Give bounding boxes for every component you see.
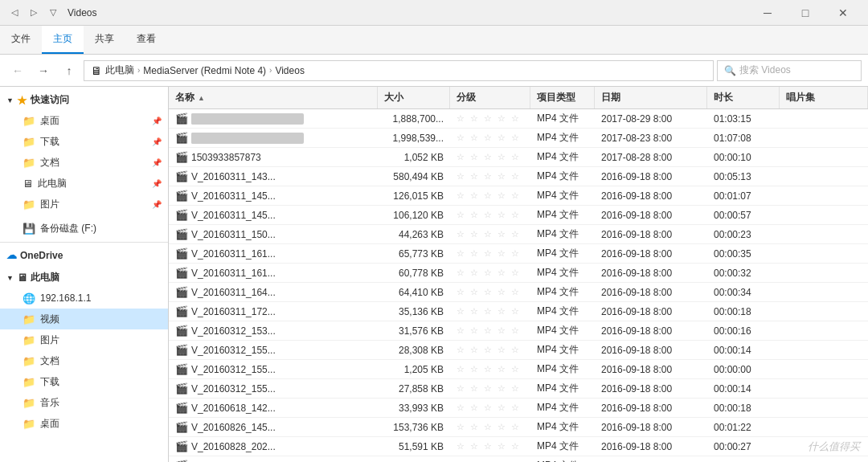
file-album xyxy=(780,418,868,436)
table-row[interactable]: 🎬██████████████1,998,539...☆ ☆ ☆ ☆ ☆MP4 … xyxy=(169,129,868,148)
sidebar-item-drive-f[interactable]: 💾 备份磁盘 (F:) xyxy=(0,218,168,239)
sidebar-item-pic2[interactable]: 📁 图片 xyxy=(0,329,168,350)
star-rating[interactable]: ☆ ☆ ☆ ☆ ☆ xyxy=(457,268,521,278)
table-row[interactable]: 🎬V_20160312_155...28,308 KB☆ ☆ ☆ ☆ ☆MP4 … xyxy=(169,341,868,360)
file-album xyxy=(780,283,868,301)
sidebar-item-dl2[interactable]: 📁 下载 xyxy=(0,371,168,392)
table-row[interactable]: 🎬15039338578731,052 KB☆ ☆ ☆ ☆ ☆MP4 文件201… xyxy=(169,148,868,167)
star-rating[interactable]: ☆ ☆ ☆ ☆ ☆ xyxy=(457,325,521,336)
sidebar-item-documents[interactable]: 📁 文档 📌 xyxy=(0,152,168,173)
up-button[interactable]: ↑ xyxy=(58,59,80,82)
col-header-size[interactable]: 大小 xyxy=(378,87,450,108)
file-name: V_20160618_142... xyxy=(191,403,276,414)
star-rating[interactable]: ☆ ☆ ☆ ☆ ☆ xyxy=(457,403,521,413)
star-rating[interactable]: ☆ ☆ ☆ ☆ ☆ xyxy=(457,113,521,124)
pin-icon-doc: 📌 xyxy=(152,158,162,167)
star-rating[interactable]: ☆ ☆ ☆ ☆ ☆ xyxy=(457,248,521,259)
maximize-button[interactable]: □ xyxy=(787,0,824,26)
quick-access-header[interactable]: ▼ ★ 快速访问 xyxy=(0,90,168,110)
address-path[interactable]: 🖥 此电脑 › MediaServer (Redmi Note 4) › Vid… xyxy=(84,60,714,81)
file-album xyxy=(780,186,868,205)
file-album xyxy=(780,225,868,243)
col-header-duration[interactable]: 时长 xyxy=(707,87,780,108)
tb-fwd-btn[interactable]: ▷ xyxy=(26,5,42,21)
file-type: MP4 文件 xyxy=(530,418,595,436)
file-list-header: 名称 ▲ 大小 分级 项目类型 日期 时长 唱片集 xyxy=(169,87,868,109)
table-row[interactable]: 🎬V_20160826_145...153,736 KB☆ ☆ ☆ ☆ ☆MP4… xyxy=(169,418,868,437)
table-row[interactable]: 🎬V_20160312_155...1,205 KB☆ ☆ ☆ ☆ ☆MP4 文… xyxy=(169,360,868,379)
sidebar-item-desktop[interactable]: 📁 桌面 📌 xyxy=(0,110,168,131)
forward-button[interactable]: → xyxy=(32,59,55,82)
file-type-icon: 🎬 xyxy=(175,170,188,182)
table-row[interactable]: 🎬V_20160311_172...35,136 KB☆ ☆ ☆ ☆ ☆MP4 … xyxy=(169,302,868,321)
col-header-type[interactable]: 项目类型 xyxy=(530,87,595,108)
sidebar-item-thispc-quick[interactable]: 🖥 此电脑 📌 xyxy=(0,173,168,194)
sidebar-item-desktop-label: 桌面 xyxy=(40,114,59,128)
sidebar-item-pictures[interactable]: 📁 图片 📌 xyxy=(0,194,168,215)
file-rating: ☆ ☆ ☆ ☆ ☆ xyxy=(450,437,530,456)
back-button[interactable]: ← xyxy=(6,59,29,82)
file-size: 28,308 KB xyxy=(378,341,450,359)
table-row[interactable]: 🎬V_20160312_155...27,858 KB☆ ☆ ☆ ☆ ☆MP4 … xyxy=(169,379,868,399)
file-rating: ☆ ☆ ☆ ☆ ☆ xyxy=(450,379,530,398)
sidebar-item-desktop2[interactable]: 📁 桌面 xyxy=(0,413,168,434)
sidebar-item-music[interactable]: 📁 音乐 xyxy=(0,392,168,413)
sidebar-item-video[interactable]: 📁 视频 xyxy=(0,309,168,329)
table-row[interactable]: 🎬V_20160311_150...44,263 KB☆ ☆ ☆ ☆ ☆MP4 … xyxy=(169,225,868,244)
quick-access-label: 快速访问 xyxy=(31,93,69,107)
sidebar-item-downloads[interactable]: 📁 下载 📌 xyxy=(0,131,168,152)
file-date: 2016-09-18 8:00 xyxy=(595,302,707,321)
col-header-album[interactable]: 唱片集 xyxy=(780,87,868,108)
ribbon-tab-view[interactable]: 查看 xyxy=(125,26,167,54)
file-date: 2016-09-18 8:00 xyxy=(595,244,707,263)
star-rating[interactable]: ☆ ☆ ☆ ☆ ☆ xyxy=(457,229,521,239)
tb-back-btn[interactable]: ◁ xyxy=(6,5,23,21)
star-rating[interactable]: ☆ ☆ ☆ ☆ ☆ xyxy=(457,422,521,432)
file-type: MP4 文件 xyxy=(530,129,595,147)
file-type: MP4 文件 xyxy=(530,379,595,398)
onedrive-header[interactable]: ☁ OneDrive xyxy=(0,246,168,264)
star-rating[interactable]: ☆ ☆ ☆ ☆ ☆ xyxy=(457,441,521,452)
quick-access-section: ▼ ★ 快速访问 📁 桌面 📌 📁 下载 📌 📁 文档 📌 🖥 此 xyxy=(0,90,168,215)
star-rating[interactable]: ☆ ☆ ☆ ☆ ☆ xyxy=(457,152,521,162)
search-box[interactable]: 🔍 搜索 Videos xyxy=(717,60,862,81)
file-type: MP4 文件 xyxy=(530,399,595,417)
star-rating[interactable]: ☆ ☆ ☆ ☆ ☆ xyxy=(457,345,521,355)
tb-down-btn[interactable]: ▽ xyxy=(45,5,61,21)
close-button[interactable]: ✕ xyxy=(825,0,862,26)
minimize-button[interactable]: ─ xyxy=(749,0,786,26)
table-row[interactable]: 🎬V_20160311_161...65,773 KB☆ ☆ ☆ ☆ ☆MP4 … xyxy=(169,244,868,264)
table-row[interactable]: 🎬V_20160311_145...106,120 KB☆ ☆ ☆ ☆ ☆MP4… xyxy=(169,206,868,225)
thispc-header[interactable]: ▼ 🖥 此电脑 xyxy=(0,268,168,288)
star-rating[interactable]: ☆ ☆ ☆ ☆ ☆ xyxy=(457,364,521,374)
col-header-name[interactable]: 名称 ▲ xyxy=(169,87,378,108)
sidebar-item-ip[interactable]: 🌐 192.168.1.1 xyxy=(0,288,168,309)
table-row[interactable]: 🎬V_20160618_142...33,993 KB☆ ☆ ☆ ☆ ☆MP4 … xyxy=(169,399,868,418)
table-row[interactable]: 🎬██████████████1,888,700...☆ ☆ ☆ ☆ ☆MP4 … xyxy=(169,109,868,129)
table-row[interactable]: 🎬V_20160828_202...51,591 KB☆ ☆ ☆ ☆ ☆MP4 … xyxy=(169,437,868,456)
table-row[interactable]: 🎬V_20160311_145...126,015 KB☆ ☆ ☆ ☆ ☆MP4… xyxy=(169,186,868,206)
file-rating: ☆ ☆ ☆ ☆ ☆ xyxy=(450,225,530,243)
ribbon-tab-file[interactable]: 文件 xyxy=(0,26,42,54)
table-row[interactable]: 🎬V_20160312_153...31,576 KB☆ ☆ ☆ ☆ ☆MP4 … xyxy=(169,321,868,341)
ribbon-tab-share[interactable]: 共享 xyxy=(84,26,125,54)
star-rating[interactable]: ☆ ☆ ☆ ☆ ☆ xyxy=(457,306,521,317)
star-rating[interactable]: ☆ ☆ ☆ ☆ ☆ xyxy=(457,287,521,297)
file-date: 2016-09-18 8:00 xyxy=(595,321,707,340)
ribbon-tab-home[interactable]: 主页 xyxy=(42,26,84,54)
star-rating[interactable]: ☆ ☆ ☆ ☆ ☆ xyxy=(457,210,521,220)
table-row[interactable]: 🎬V_20160311_143...580,494 KB☆ ☆ ☆ ☆ ☆MP4… xyxy=(169,167,868,186)
star-rating[interactable]: ☆ ☆ ☆ ☆ ☆ xyxy=(457,383,521,394)
star-rating[interactable]: ☆ ☆ ☆ ☆ ☆ xyxy=(457,171,521,182)
table-row[interactable]: 🎬V_20160311_161...60,778 KB☆ ☆ ☆ ☆ ☆MP4 … xyxy=(169,264,868,283)
table-row[interactable]: 🎬V_20160311_164...64,410 KB☆ ☆ ☆ ☆ ☆MP4 … xyxy=(169,283,868,302)
star-rating[interactable]: ☆ ☆ ☆ ☆ ☆ xyxy=(457,190,521,201)
col-header-rating[interactable]: 分级 xyxy=(450,87,530,108)
file-rating: ☆ ☆ ☆ ☆ ☆ xyxy=(450,360,530,378)
star-rating[interactable]: ☆ ☆ ☆ ☆ ☆ xyxy=(457,133,521,143)
file-album xyxy=(780,148,868,166)
col-header-date[interactable]: 日期 xyxy=(595,87,707,108)
file-duration: 00:00:18 xyxy=(707,399,780,417)
sidebar-item-doc2[interactable]: 📁 文档 xyxy=(0,350,168,371)
table-row[interactable]: 🎬VID_20170626_10...43,763 KB☆ ☆ ☆ ☆ ☆MP4… xyxy=(169,456,868,462)
